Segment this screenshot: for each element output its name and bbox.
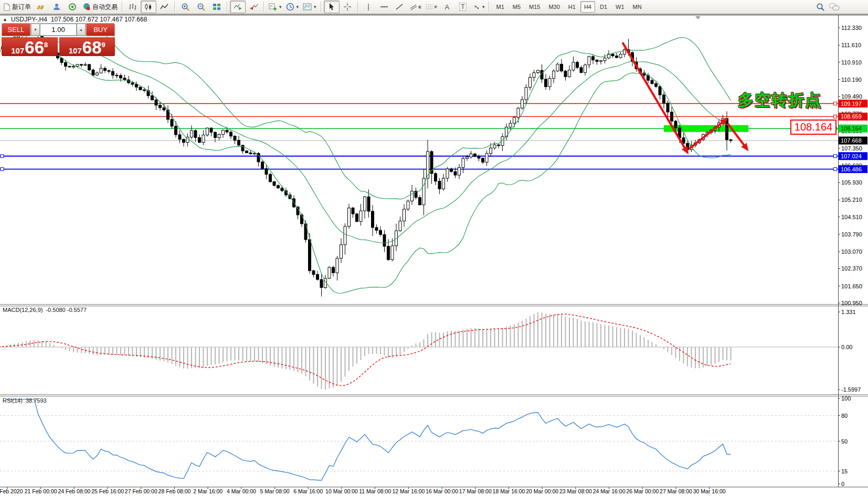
search-icon[interactable] <box>816 3 825 12</box>
chart-shift-button[interactable] <box>246 1 261 13</box>
line-handle[interactable] <box>834 102 837 105</box>
trend-arrow[interactable] <box>689 119 726 149</box>
line-handle[interactable] <box>1 155 4 158</box>
date-label: 18 Mar 16:00 <box>493 488 525 494</box>
candle <box>92 70 94 75</box>
candle <box>178 135 181 139</box>
candle <box>560 64 563 71</box>
market-watch-button[interactable] <box>33 1 49 13</box>
toolbar-separator <box>227 2 228 12</box>
candle <box>273 182 276 186</box>
text-tool-button[interactable]: A <box>439 1 455 13</box>
sell-price-display[interactable]: 107 66 8 <box>2 37 58 56</box>
rsi-pane-layer <box>0 399 838 481</box>
chart-canvas[interactable]: 112.330111.610110.910110.190109.490108.7… <box>0 0 868 497</box>
collapse-panel-icon[interactable]: ▲ <box>3 17 7 22</box>
price-tick-label: 109.490 <box>841 93 862 100</box>
line-chart-mode-button[interactable] <box>156 1 172 13</box>
candle <box>372 211 374 228</box>
candlestick-mode-button[interactable] <box>141 1 156 13</box>
sell-price-main: 107 <box>11 47 24 55</box>
candle <box>336 258 338 273</box>
candle <box>533 73 535 78</box>
zoom-out-button[interactable] <box>193 1 209 13</box>
data-window-button[interactable] <box>49 1 65 13</box>
trendline-tool-button[interactable] <box>392 1 408 13</box>
channel-letter: E <box>419 5 421 9</box>
timeframe-button-d1[interactable]: D1 <box>596 1 611 13</box>
buy-button[interactable]: BUY <box>86 23 115 36</box>
candle <box>356 214 358 221</box>
tile-windows-button[interactable] <box>209 1 225 13</box>
date-label: 17 Mar 08:00 <box>459 488 492 494</box>
channel-tool-button[interactable]: E <box>408 1 424 13</box>
price-chip-label: 107.024 <box>841 153 862 159</box>
candle <box>88 64 91 70</box>
timeframe-button-mn[interactable]: MN <box>629 1 645 13</box>
candle <box>482 158 484 163</box>
candle <box>474 154 477 157</box>
volume-increase-button[interactable]: ▲ <box>77 24 86 36</box>
arrows-tool-button[interactable]: ▾ <box>471 1 487 13</box>
templates-button[interactable]: ▾ <box>301 1 319 13</box>
candle <box>379 230 382 234</box>
rsi-tick-label: 50 <box>841 438 848 445</box>
volume-decrease-button[interactable]: ▼ <box>31 24 40 36</box>
chart-shift-marker[interactable] <box>695 16 701 19</box>
horizontal-line-tool-button[interactable] <box>376 1 392 13</box>
timeframe-button-w1[interactable]: W1 <box>612 1 628 13</box>
sell-button[interactable]: SELL <box>2 23 30 36</box>
channel-icon <box>410 4 417 10</box>
line-handle[interactable] <box>834 168 837 171</box>
candle <box>352 208 354 214</box>
crosshair-tool-button[interactable] <box>340 1 355 13</box>
timeframe-button-m30[interactable]: M30 <box>545 1 563 13</box>
timeframe-button-h4[interactable]: H4 <box>580 1 595 13</box>
timeframe-button-m5[interactable]: M5 <box>509 1 524 13</box>
candle <box>210 128 213 132</box>
periods-button[interactable]: ▾ <box>284 1 301 13</box>
line-handle[interactable] <box>834 115 837 118</box>
candle <box>450 169 453 171</box>
auto-trading-button[interactable]: 自动交易 <box>80 1 120 13</box>
indicators-button[interactable]: ▾ <box>267 1 284 13</box>
candle <box>399 221 401 231</box>
line-handle[interactable] <box>834 155 837 158</box>
zoom-in-button[interactable] <box>177 1 193 13</box>
sell-price-pips: 66 <box>25 41 44 55</box>
fibonacci-tool-button[interactable]: F <box>424 1 439 13</box>
zoom-in-icon <box>181 3 190 12</box>
buy-price-display[interactable]: 107 68 9 <box>59 37 115 56</box>
auto-scroll-button[interactable] <box>230 1 246 13</box>
line-handle[interactable] <box>1 168 4 171</box>
volume-input[interactable] <box>40 24 77 36</box>
trend-arrow[interactable] <box>622 42 687 153</box>
candle <box>65 62 67 66</box>
fibonacci-letter: F <box>435 5 437 9</box>
candle <box>442 178 445 189</box>
candles-layer <box>0 26 732 296</box>
text-label-tool-button[interactable]: T <box>455 1 471 13</box>
candle <box>435 174 437 181</box>
timeframe-button-h1[interactable]: H1 <box>565 1 579 13</box>
candle <box>454 171 457 175</box>
turning-point-annotation[interactable]: 多空转折点 <box>738 90 822 111</box>
rsi-tick-label: 15 <box>841 468 848 474</box>
vertical-line-tool-button[interactable] <box>361 1 376 13</box>
timeframe-button-m1[interactable]: M1 <box>492 1 507 13</box>
navigator-button[interactable] <box>65 1 80 13</box>
candle <box>234 136 236 141</box>
price-tick-label: 110.190 <box>841 77 862 83</box>
price-level-note-box[interactable]: 108.164 <box>790 120 837 135</box>
cursor-tool-button[interactable] <box>324 1 340 13</box>
candle <box>183 139 185 143</box>
new-order-button[interactable]: 新订单 <box>1 1 33 13</box>
candle <box>115 75 118 76</box>
chat-icon[interactable] <box>829 3 840 11</box>
symbol-period-title: USDJPY-,H4 <box>11 16 47 23</box>
bar-chart-mode-button[interactable] <box>125 1 141 13</box>
timeframe-button-m15[interactable]: M15 <box>525 1 544 13</box>
date-label: 2 Mar 16:00 <box>193 488 223 494</box>
candle <box>120 75 122 78</box>
macd-signal-line <box>0 314 731 386</box>
